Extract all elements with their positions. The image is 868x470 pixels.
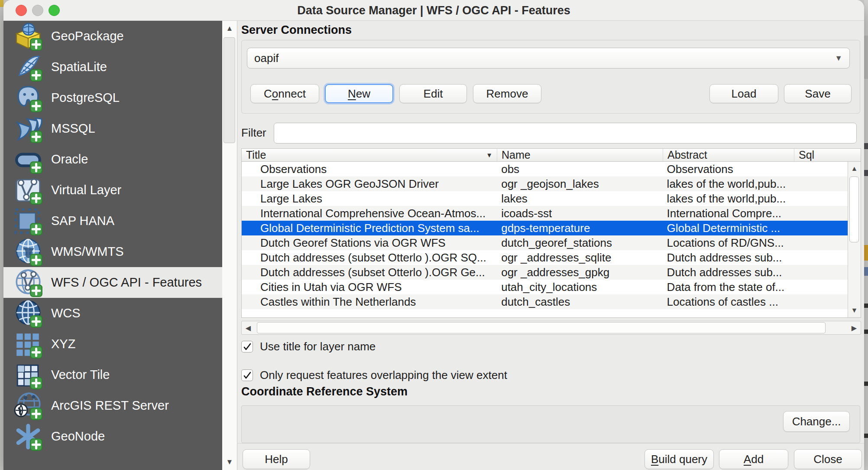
sap-hana-icon bbox=[14, 207, 42, 235]
table-row[interactable]: Dutch addresses (subset Otterlo ).OGR SQ… bbox=[242, 250, 848, 265]
provider-sidebar: GeoPackageSpatiaLitePostgreSQLMSSQLOracl… bbox=[3, 21, 222, 470]
sidebar-item-mssql[interactable]: MSSQL bbox=[3, 113, 222, 144]
build-query-button[interactable]: Build query bbox=[645, 449, 714, 469]
sidebar-item-postgresql[interactable]: PostgreSQL bbox=[3, 82, 222, 113]
remove-button[interactable]: Remove bbox=[473, 84, 541, 103]
sidebar-item-label: WMS/WMTS bbox=[51, 245, 124, 259]
table-row[interactable]: Dutch addresses (subset Otterlo ).OGR Ge… bbox=[242, 265, 848, 280]
cell-abstract: Global Deterministic ... bbox=[663, 222, 794, 235]
sidebar-item-geopackage[interactable]: GeoPackage bbox=[3, 21, 222, 52]
close-button[interactable]: Close bbox=[794, 449, 862, 469]
column-header-name[interactable]: Name bbox=[497, 149, 663, 161]
table-row[interactable]: Large Lakes OGR GeoJSON Driverogr _geojs… bbox=[242, 176, 848, 191]
spatialite-icon bbox=[14, 53, 42, 82]
save-button[interactable]: Save bbox=[784, 84, 852, 103]
column-header-sql[interactable]: Sql bbox=[794, 149, 849, 161]
sidebar-item-wms-wmts[interactable]: WMS/WMTS bbox=[3, 236, 222, 267]
scroll-down-icon[interactable]: ▼ bbox=[222, 458, 237, 467]
server-connections-heading: Server Connections bbox=[241, 23, 352, 37]
cell-title: Observations bbox=[242, 163, 497, 176]
add-button[interactable]: Add bbox=[719, 449, 788, 469]
plus-badge-icon bbox=[30, 39, 42, 50]
sidebar-item-vector-tile[interactable]: Vector Tile bbox=[3, 359, 222, 390]
scroll-left-icon[interactable]: ◀ bbox=[242, 321, 255, 334]
connection-select[interactable]: oapif ▼ bbox=[247, 48, 850, 69]
checkbox-checked-icon[interactable] bbox=[241, 369, 253, 381]
sidebar-item-wcs[interactable]: WCS bbox=[3, 298, 222, 329]
sort-descending-icon: ▼ bbox=[486, 151, 492, 159]
table-row[interactable]: Large Lakeslakeslakes of the world,pub..… bbox=[242, 191, 848, 206]
table-row[interactable]: Dutch Georef Stations via OGR WFSdutch_g… bbox=[242, 235, 848, 250]
help-button[interactable]: Help bbox=[243, 449, 310, 469]
cell-name: obs bbox=[497, 163, 662, 176]
sidebar-item-arcgis-rest-server[interactable]: ArcGIS REST Server bbox=[3, 390, 222, 421]
cell-title: Dutch addresses (subset Otterlo ).OGR SQ… bbox=[242, 251, 497, 264]
geopackage-icon bbox=[14, 22, 42, 51]
checkbox-checked-icon[interactable] bbox=[241, 341, 253, 352]
sidebar-item-label: Virtual Layer bbox=[51, 183, 121, 197]
zoom-window-icon[interactable] bbox=[49, 5, 60, 16]
option-only-request-features[interactable]: Only request features overlapping the vi… bbox=[241, 369, 507, 382]
sidebar-item-wfs-ogc-api-features[interactable]: WFS / OGC API - Features bbox=[3, 267, 222, 298]
table-row[interactable]: Castles within The Netherlandsdutch_cast… bbox=[242, 294, 848, 309]
table-row[interactable]: Cities in Utah via OGR WFSutah_city_loca… bbox=[242, 280, 848, 294]
plus-badge-icon bbox=[30, 223, 42, 235]
cell-abstract: Data from the state of... bbox=[663, 281, 794, 294]
cell-abstract: Locations of castles ... bbox=[663, 295, 794, 309]
sidebar-item-label: GeoPackage bbox=[51, 29, 124, 43]
scroll-down-icon[interactable]: ▼ bbox=[848, 307, 861, 314]
layers-table-body: ObservationsobsObservationsLarge Lakes O… bbox=[242, 162, 848, 317]
sidebar-item-label: PostgreSQL bbox=[51, 91, 120, 105]
layers-table: Title ▼ Name Abstract Sql Observationsob… bbox=[241, 148, 861, 318]
option-label: Only request features overlapping the vi… bbox=[260, 369, 507, 382]
close-window-icon[interactable] bbox=[16, 5, 27, 16]
sidebar-item-spatialite[interactable]: SpatiaLite bbox=[3, 52, 222, 82]
title-bar[interactable]: Data Source Manager | WFS / OGC API - Fe… bbox=[3, 0, 864, 21]
virtual-layer-icon bbox=[14, 176, 42, 205]
wms-wmts-icon bbox=[14, 238, 42, 266]
sidebar-scrollbar-thumb[interactable] bbox=[223, 37, 235, 143]
table-horizontal-scrollbar[interactable]: ◀ ▶ bbox=[241, 321, 861, 335]
table-row[interactable]: International Comprehensive Ocean-Atmos.… bbox=[242, 206, 848, 221]
cell-title: Castles within The Netherlands bbox=[242, 295, 497, 309]
sidebar-item-virtual-layer[interactable]: Virtual Layer bbox=[3, 175, 222, 206]
footer-divider bbox=[237, 443, 864, 444]
sidebar-item-label: WFS / OGC API - Features bbox=[51, 275, 202, 290]
edit-button[interactable]: Edit bbox=[399, 84, 467, 103]
layers-table-header: Title ▼ Name Abstract Sql bbox=[242, 149, 861, 162]
plus-badge-icon bbox=[30, 69, 42, 81]
sidebar-item-label: Oracle bbox=[51, 152, 88, 166]
postgresql-icon bbox=[14, 84, 42, 112]
cell-abstract: lakes of the world,pub... bbox=[663, 177, 794, 191]
table-vertical-scrollbar[interactable]: ▲ ▼ bbox=[848, 162, 861, 317]
cell-abstract: Dutch addresses sub... bbox=[663, 251, 794, 264]
column-header-title[interactable]: Title ▼ bbox=[242, 149, 497, 161]
column-header-abstract[interactable]: Abstract bbox=[663, 149, 794, 161]
wfs-panel: Server Connections oapif ▼ Connect New E… bbox=[237, 21, 864, 470]
sidebar-scrollbar[interactable]: ▲ ▼ bbox=[222, 21, 237, 470]
sidebar-item-label: WCS bbox=[51, 306, 81, 320]
new-button[interactable]: New bbox=[325, 84, 393, 103]
sidebar-item-geonode[interactable]: GeoNode bbox=[3, 421, 222, 452]
sidebar-item-label: SpatiaLite bbox=[51, 60, 107, 74]
scroll-right-icon[interactable]: ▶ bbox=[848, 321, 861, 334]
plus-badge-icon bbox=[30, 439, 42, 450]
cell-title: International Comprehensive Ocean-Atmos.… bbox=[242, 207, 497, 220]
crs-change-button[interactable]: Change... bbox=[783, 411, 850, 432]
load-button[interactable]: Load bbox=[709, 84, 778, 103]
sidebar-item-xyz[interactable]: XYZ bbox=[3, 329, 222, 359]
sidebar-item-oracle[interactable]: Oracle bbox=[3, 144, 222, 175]
option-label: Use title for layer name bbox=[260, 340, 376, 353]
scroll-up-icon[interactable]: ▲ bbox=[848, 165, 861, 173]
table-scrollbar-thumb[interactable] bbox=[849, 176, 859, 242]
filter-input[interactable] bbox=[274, 123, 857, 144]
scroll-up-icon[interactable]: ▲ bbox=[222, 24, 237, 33]
background-app-sliver-right bbox=[864, 0, 868, 470]
table-row[interactable]: ObservationsobsObservations bbox=[242, 162, 848, 176]
connect-button[interactable]: Connect bbox=[250, 84, 319, 103]
cell-abstract: lakes of the world,pub... bbox=[663, 192, 794, 206]
sidebar-item-sap-hana[interactable]: SAP HANA bbox=[3, 206, 222, 236]
table-hscrollbar-thumb[interactable] bbox=[257, 322, 826, 333]
option-use-title-for[interactable]: Use title for layer name bbox=[241, 340, 376, 353]
table-row[interactable]: Global Deterministic Prediction System s… bbox=[242, 221, 848, 235]
